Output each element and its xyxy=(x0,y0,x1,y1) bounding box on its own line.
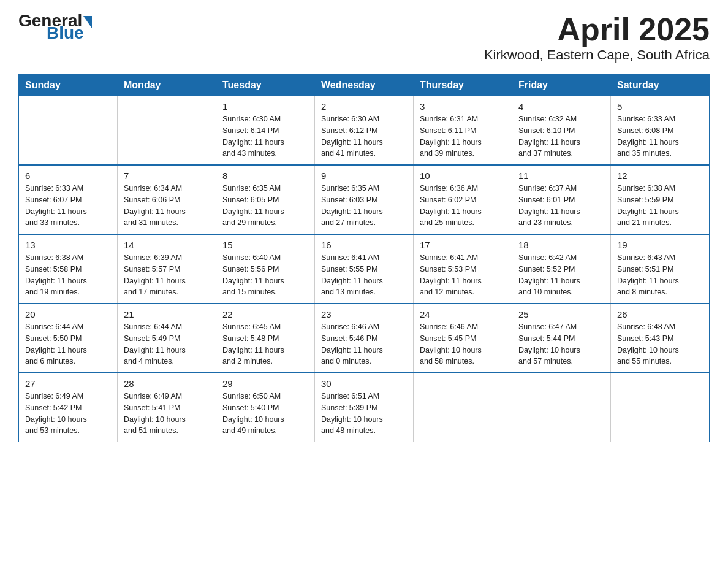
cell-sun-info: Sunrise: 6:35 AM Sunset: 6:03 PM Dayligh… xyxy=(321,183,407,229)
cell-day-number: 14 xyxy=(124,240,210,250)
cell-sun-info: Sunrise: 6:35 AM Sunset: 6:05 PM Dayligh… xyxy=(222,183,308,229)
calendar-day-header: Tuesday xyxy=(216,75,315,96)
cell-day-number: 26 xyxy=(617,309,703,320)
calendar-cell: 2Sunrise: 6:30 AM Sunset: 6:12 PM Daylig… xyxy=(315,96,414,166)
calendar-day-header: Monday xyxy=(118,75,216,96)
calendar-week-row: 1Sunrise: 6:30 AM Sunset: 6:14 PM Daylig… xyxy=(19,96,710,166)
cell-sun-info: Sunrise: 6:33 AM Sunset: 6:07 PM Dayligh… xyxy=(25,183,111,229)
calendar-cell: 29Sunrise: 6:50 AM Sunset: 5:40 PM Dayli… xyxy=(216,373,315,442)
logo: General Blue xyxy=(18,12,92,43)
calendar-cell: 23Sunrise: 6:46 AM Sunset: 5:46 PM Dayli… xyxy=(315,304,414,373)
calendar-cell: 4Sunrise: 6:32 AM Sunset: 6:10 PM Daylig… xyxy=(512,96,611,166)
calendar-cell: 17Sunrise: 6:41 AM Sunset: 5:53 PM Dayli… xyxy=(414,234,512,304)
cell-day-number: 2 xyxy=(321,101,407,112)
cell-sun-info: Sunrise: 6:40 AM Sunset: 5:56 PM Dayligh… xyxy=(222,252,308,298)
calendar-week-row: 6Sunrise: 6:33 AM Sunset: 6:07 PM Daylig… xyxy=(19,165,710,234)
cell-day-number: 4 xyxy=(518,101,604,112)
calendar-cell: 27Sunrise: 6:49 AM Sunset: 5:42 PM Dayli… xyxy=(19,373,118,442)
cell-day-number: 28 xyxy=(124,378,210,389)
calendar-cell xyxy=(611,373,710,442)
cell-day-number: 8 xyxy=(222,170,308,181)
cell-sun-info: Sunrise: 6:44 AM Sunset: 5:49 PM Dayligh… xyxy=(124,321,210,367)
calendar-cell: 18Sunrise: 6:42 AM Sunset: 5:52 PM Dayli… xyxy=(512,234,611,304)
calendar-cell: 19Sunrise: 6:43 AM Sunset: 5:51 PM Dayli… xyxy=(611,234,710,304)
cell-sun-info: Sunrise: 6:36 AM Sunset: 6:02 PM Dayligh… xyxy=(420,183,506,229)
calendar-day-header: Thursday xyxy=(414,75,512,96)
calendar-day-header: Saturday xyxy=(611,75,710,96)
cell-sun-info: Sunrise: 6:30 AM Sunset: 6:14 PM Dayligh… xyxy=(222,113,308,159)
calendar-cell: 22Sunrise: 6:45 AM Sunset: 5:48 PM Dayli… xyxy=(216,304,315,373)
calendar-week-row: 27Sunrise: 6:49 AM Sunset: 5:42 PM Dayli… xyxy=(19,373,710,442)
calendar-header-row: SundayMondayTuesdayWednesdayThursdayFrid… xyxy=(19,75,710,96)
calendar-cell: 14Sunrise: 6:39 AM Sunset: 5:57 PM Dayli… xyxy=(118,234,216,304)
calendar-cell: 26Sunrise: 6:48 AM Sunset: 5:43 PM Dayli… xyxy=(611,304,710,373)
calendar-day-header: Friday xyxy=(512,75,611,96)
cell-sun-info: Sunrise: 6:51 AM Sunset: 5:39 PM Dayligh… xyxy=(321,391,407,437)
cell-day-number: 15 xyxy=(222,240,308,250)
cell-day-number: 1 xyxy=(222,101,308,112)
cell-day-number: 12 xyxy=(617,170,703,181)
calendar-cell: 10Sunrise: 6:36 AM Sunset: 6:02 PM Dayli… xyxy=(414,165,512,234)
calendar-day-header: Sunday xyxy=(19,75,118,96)
calendar-cell: 8Sunrise: 6:35 AM Sunset: 6:05 PM Daylig… xyxy=(216,165,315,234)
calendar-week-row: 13Sunrise: 6:38 AM Sunset: 5:58 PM Dayli… xyxy=(19,234,710,304)
calendar-cell: 13Sunrise: 6:38 AM Sunset: 5:58 PM Dayli… xyxy=(19,234,118,304)
page-header: General Blue April 2025 Kirkwood, Easter… xyxy=(18,12,710,63)
cell-sun-info: Sunrise: 6:38 AM Sunset: 5:59 PM Dayligh… xyxy=(617,183,703,229)
calendar-cell: 25Sunrise: 6:47 AM Sunset: 5:44 PM Dayli… xyxy=(512,304,611,373)
calendar-cell: 21Sunrise: 6:44 AM Sunset: 5:49 PM Dayli… xyxy=(118,304,216,373)
cell-day-number: 30 xyxy=(321,378,407,389)
cell-sun-info: Sunrise: 6:47 AM Sunset: 5:44 PM Dayligh… xyxy=(518,321,604,367)
calendar-cell: 24Sunrise: 6:46 AM Sunset: 5:45 PM Dayli… xyxy=(414,304,512,373)
cell-sun-info: Sunrise: 6:49 AM Sunset: 5:41 PM Dayligh… xyxy=(124,391,210,437)
cell-day-number: 20 xyxy=(25,309,111,320)
cell-day-number: 3 xyxy=(420,101,506,112)
cell-sun-info: Sunrise: 6:34 AM Sunset: 6:06 PM Dayligh… xyxy=(124,183,210,229)
cell-day-number: 11 xyxy=(518,170,604,181)
calendar-cell: 16Sunrise: 6:41 AM Sunset: 5:55 PM Dayli… xyxy=(315,234,414,304)
title-block: April 2025 Kirkwood, Eastern Cape, South… xyxy=(484,12,710,63)
calendar-cell xyxy=(512,373,611,442)
cell-day-number: 6 xyxy=(25,170,111,181)
cell-day-number: 23 xyxy=(321,309,407,320)
calendar-cell: 1Sunrise: 6:30 AM Sunset: 6:14 PM Daylig… xyxy=(216,96,315,166)
cell-day-number: 29 xyxy=(222,378,308,389)
calendar-cell xyxy=(19,96,118,166)
calendar-table: SundayMondayTuesdayWednesdayThursdayFrid… xyxy=(18,74,710,442)
cell-sun-info: Sunrise: 6:43 AM Sunset: 5:51 PM Dayligh… xyxy=(617,252,703,298)
cell-day-number: 9 xyxy=(321,170,407,181)
calendar-cell: 3Sunrise: 6:31 AM Sunset: 6:11 PM Daylig… xyxy=(414,96,512,166)
cell-day-number: 25 xyxy=(518,309,604,320)
logo-arrow-icon xyxy=(83,16,92,28)
cell-sun-info: Sunrise: 6:38 AM Sunset: 5:58 PM Dayligh… xyxy=(25,252,111,298)
cell-sun-info: Sunrise: 6:44 AM Sunset: 5:50 PM Dayligh… xyxy=(25,321,111,367)
cell-day-number: 10 xyxy=(420,170,506,181)
calendar-cell: 12Sunrise: 6:38 AM Sunset: 5:59 PM Dayli… xyxy=(611,165,710,234)
cell-day-number: 18 xyxy=(518,240,604,250)
cell-sun-info: Sunrise: 6:46 AM Sunset: 5:45 PM Dayligh… xyxy=(420,321,506,367)
calendar-cell xyxy=(414,373,512,442)
calendar-cell: 11Sunrise: 6:37 AM Sunset: 6:01 PM Dayli… xyxy=(512,165,611,234)
calendar-cell: 28Sunrise: 6:49 AM Sunset: 5:41 PM Dayli… xyxy=(118,373,216,442)
cell-sun-info: Sunrise: 6:39 AM Sunset: 5:57 PM Dayligh… xyxy=(124,252,210,298)
calendar-cell: 7Sunrise: 6:34 AM Sunset: 6:06 PM Daylig… xyxy=(118,165,216,234)
cell-sun-info: Sunrise: 6:49 AM Sunset: 5:42 PM Dayligh… xyxy=(25,391,111,437)
cell-day-number: 17 xyxy=(420,240,506,250)
calendar-title: April 2025 xyxy=(484,12,710,47)
calendar-subtitle: Kirkwood, Eastern Cape, South Africa xyxy=(484,47,710,63)
cell-day-number: 22 xyxy=(222,309,308,320)
cell-sun-info: Sunrise: 6:30 AM Sunset: 6:12 PM Dayligh… xyxy=(321,113,407,159)
calendar-cell xyxy=(118,96,216,166)
cell-sun-info: Sunrise: 6:50 AM Sunset: 5:40 PM Dayligh… xyxy=(222,391,308,437)
cell-sun-info: Sunrise: 6:32 AM Sunset: 6:10 PM Dayligh… xyxy=(518,113,604,159)
cell-sun-info: Sunrise: 6:31 AM Sunset: 6:11 PM Dayligh… xyxy=(420,113,506,159)
calendar-cell: 30Sunrise: 6:51 AM Sunset: 5:39 PM Dayli… xyxy=(315,373,414,442)
calendar-cell: 6Sunrise: 6:33 AM Sunset: 6:07 PM Daylig… xyxy=(19,165,118,234)
calendar-week-row: 20Sunrise: 6:44 AM Sunset: 5:50 PM Dayli… xyxy=(19,304,710,373)
cell-day-number: 13 xyxy=(25,240,111,250)
cell-day-number: 27 xyxy=(25,378,111,389)
cell-sun-info: Sunrise: 6:45 AM Sunset: 5:48 PM Dayligh… xyxy=(222,321,308,367)
calendar-day-header: Wednesday xyxy=(315,75,414,96)
cell-day-number: 5 xyxy=(617,101,703,112)
cell-day-number: 21 xyxy=(124,309,210,320)
